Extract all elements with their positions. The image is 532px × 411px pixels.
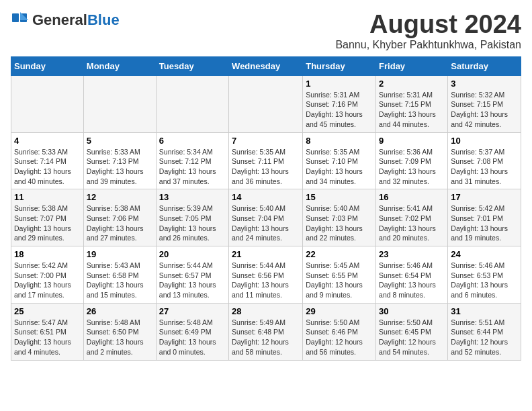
day-number: 29 [306,306,373,316]
day-info: Sunrise: 5:31 AMSunset: 7:16 PMDaylight:… [306,90,373,130]
day-number: 13 [159,192,226,202]
calendar-cell: 26Sunrise: 5:48 AMSunset: 6:50 PMDayligh… [83,303,156,360]
calendar-cell [11,75,84,132]
day-number: 5 [87,136,153,146]
day-info: Sunrise: 5:37 AMSunset: 7:08 PMDaylight:… [451,147,518,187]
day-info: Sunrise: 5:41 AMSunset: 7:02 PMDaylight:… [379,203,445,243]
calendar-week-row: 1Sunrise: 5:31 AMSunset: 7:16 PMDaylight… [11,75,521,132]
day-info: Sunrise: 5:48 AMSunset: 6:49 PMDaylight:… [159,318,226,357]
calendar-week-row: 4Sunrise: 5:33 AMSunset: 7:14 PMDaylight… [11,132,521,189]
day-number: 6 [159,136,226,146]
subtitle: Bannu, Khyber Pakhtunkhwa, Pakistan [335,39,521,51]
calendar-header-row: SundayMondayTuesdayWednesdayThursdayFrid… [11,56,521,75]
day-info: Sunrise: 5:40 AMSunset: 7:03 PMDaylight:… [306,203,373,243]
logo: GeneralBlue [11,11,120,30]
day-number: 27 [159,306,226,316]
day-info: Sunrise: 5:34 AMSunset: 7:12 PMDaylight:… [159,147,226,187]
day-info: Sunrise: 5:38 AMSunset: 7:06 PMDaylight:… [87,203,153,243]
header-monday: Monday [83,56,156,75]
calendar-cell: 15Sunrise: 5:40 AMSunset: 7:03 PMDayligh… [303,189,376,246]
calendar-cell: 4Sunrise: 5:33 AMSunset: 7:14 PMDaylight… [11,132,84,189]
calendar-cell: 19Sunrise: 5:43 AMSunset: 6:58 PMDayligh… [83,246,156,304]
day-info: Sunrise: 5:40 AMSunset: 7:04 PMDaylight:… [232,203,300,243]
calendar-cell: 31Sunrise: 5:51 AMSunset: 6:44 PMDayligh… [448,303,521,360]
calendar-cell: 13Sunrise: 5:39 AMSunset: 7:05 PMDayligh… [156,189,228,246]
day-info: Sunrise: 5:38 AMSunset: 7:07 PMDaylight:… [14,203,81,243]
day-info: Sunrise: 5:36 AMSunset: 7:09 PMDaylight:… [379,147,445,187]
day-number: 31 [451,306,518,316]
calendar-week-row: 18Sunrise: 5:42 AMSunset: 7:00 PMDayligh… [11,246,521,304]
calendar-cell: 30Sunrise: 5:50 AMSunset: 6:45 PMDayligh… [376,303,448,360]
calendar-cell: 3Sunrise: 5:32 AMSunset: 7:15 PMDaylight… [448,75,521,132]
calendar-week-row: 11Sunrise: 5:38 AMSunset: 7:07 PMDayligh… [11,189,521,246]
header-saturday: Saturday [448,56,521,75]
day-info: Sunrise: 5:35 AMSunset: 7:11 PMDaylight:… [232,147,300,187]
calendar-cell: 10Sunrise: 5:37 AMSunset: 7:08 PMDayligh… [448,132,521,189]
day-info: Sunrise: 5:46 AMSunset: 6:53 PMDaylight:… [451,261,518,300]
calendar-cell: 18Sunrise: 5:42 AMSunset: 7:00 PMDayligh… [11,246,84,304]
day-number: 1 [306,79,373,89]
day-number: 20 [159,249,226,259]
day-number: 10 [451,136,518,146]
day-number: 16 [379,192,445,202]
calendar-cell: 22Sunrise: 5:45 AMSunset: 6:55 PMDayligh… [303,246,376,304]
calendar-cell: 2Sunrise: 5:31 AMSunset: 7:15 PMDaylight… [376,75,448,132]
day-number: 21 [232,249,300,259]
day-info: Sunrise: 5:47 AMSunset: 6:51 PMDaylight:… [14,318,81,357]
day-number: 12 [87,192,153,202]
svg-rect-0 [12,13,19,22]
calendar-cell: 8Sunrise: 5:35 AMSunset: 7:10 PMDaylight… [303,132,376,189]
day-info: Sunrise: 5:51 AMSunset: 6:44 PMDaylight:… [451,318,518,357]
calendar-cell: 17Sunrise: 5:42 AMSunset: 7:01 PMDayligh… [448,189,521,246]
day-info: Sunrise: 5:42 AMSunset: 7:00 PMDaylight:… [14,261,81,300]
day-info: Sunrise: 5:44 AMSunset: 6:57 PMDaylight:… [159,261,226,300]
calendar-cell: 1Sunrise: 5:31 AMSunset: 7:16 PMDaylight… [303,75,376,132]
day-info: Sunrise: 5:45 AMSunset: 6:55 PMDaylight:… [306,261,373,300]
calendar-cell: 28Sunrise: 5:49 AMSunset: 6:48 PMDayligh… [229,303,303,360]
calendar-cell: 14Sunrise: 5:40 AMSunset: 7:04 PMDayligh… [229,189,303,246]
calendar-cell: 6Sunrise: 5:34 AMSunset: 7:12 PMDaylight… [156,132,228,189]
day-number: 7 [232,136,300,146]
calendar-cell [83,75,156,132]
calendar-cell: 16Sunrise: 5:41 AMSunset: 7:02 PMDayligh… [376,189,448,246]
calendar-cell: 20Sunrise: 5:44 AMSunset: 6:57 PMDayligh… [156,246,228,304]
calendar-week-row: 25Sunrise: 5:47 AMSunset: 6:51 PMDayligh… [11,303,521,360]
calendar-cell: 29Sunrise: 5:50 AMSunset: 6:46 PMDayligh… [303,303,376,360]
calendar-cell: 12Sunrise: 5:38 AMSunset: 7:06 PMDayligh… [83,189,156,246]
day-number: 14 [232,192,300,202]
svg-marker-2 [20,12,28,20]
day-number: 19 [87,249,153,259]
calendar-cell [229,75,303,132]
day-number: 8 [306,136,373,146]
day-info: Sunrise: 5:44 AMSunset: 6:56 PMDaylight:… [232,261,300,300]
main-title: August 2024 [335,11,521,39]
day-number: 2 [379,79,445,89]
header-sunday: Sunday [11,56,84,75]
day-number: 30 [379,306,445,316]
header-friday: Friday [376,56,448,75]
day-info: Sunrise: 5:49 AMSunset: 6:48 PMDaylight:… [232,318,300,357]
calendar-cell: 23Sunrise: 5:46 AMSunset: 6:54 PMDayligh… [376,246,448,304]
header-thursday: Thursday [303,56,376,75]
calendar-cell: 25Sunrise: 5:47 AMSunset: 6:51 PMDayligh… [11,303,84,360]
day-info: Sunrise: 5:46 AMSunset: 6:54 PMDaylight:… [379,261,445,300]
day-info: Sunrise: 5:33 AMSunset: 7:13 PMDaylight:… [87,147,153,187]
calendar-table: SundayMondayTuesdayWednesdayThursdayFrid… [11,56,521,361]
logo-icon [11,11,30,30]
day-info: Sunrise: 5:32 AMSunset: 7:15 PMDaylight:… [451,90,518,130]
day-info: Sunrise: 5:39 AMSunset: 7:05 PMDaylight:… [159,203,226,243]
day-number: 4 [14,136,81,146]
day-number: 28 [232,306,300,316]
day-info: Sunrise: 5:31 AMSunset: 7:15 PMDaylight:… [379,90,445,130]
logo-text: GeneralBlue [32,13,120,28]
day-number: 3 [451,79,518,89]
day-info: Sunrise: 5:43 AMSunset: 6:58 PMDaylight:… [87,261,153,300]
calendar-cell: 5Sunrise: 5:33 AMSunset: 7:13 PMDaylight… [83,132,156,189]
day-info: Sunrise: 5:33 AMSunset: 7:14 PMDaylight:… [14,147,81,187]
day-number: 15 [306,192,373,202]
header-tuesday: Tuesday [156,56,228,75]
day-number: 11 [14,192,81,202]
calendar-cell: 11Sunrise: 5:38 AMSunset: 7:07 PMDayligh… [11,189,84,246]
calendar-cell: 27Sunrise: 5:48 AMSunset: 6:49 PMDayligh… [156,303,228,360]
day-number: 18 [14,249,81,259]
